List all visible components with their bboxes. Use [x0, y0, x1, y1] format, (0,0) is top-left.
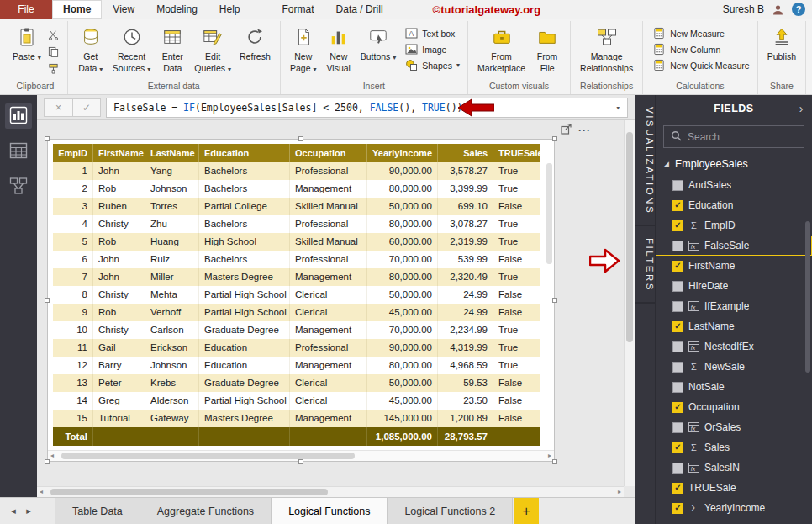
page-nav-next-icon[interactable]: ▸	[22, 505, 35, 516]
canvas-scroll-thumb[interactable]	[50, 489, 328, 495]
page-tab-logical-functions[interactable]: Logical Functions	[272, 498, 388, 524]
menu-tab-data-drill[interactable]: Data / Drill	[325, 0, 394, 19]
table-row[interactable]: 7JohnMillerMasters DegreeManagement80,00…	[53, 268, 540, 286]
menu-tab-format[interactable]: Format	[272, 0, 325, 19]
visual-vertical-scrollbar[interactable]	[546, 163, 552, 264]
table-row[interactable]: 4ChristyZhuBachelorsProfessional80,000.0…	[53, 215, 540, 233]
formula-cancel-button[interactable]: ×	[45, 99, 72, 116]
field-item-newsale[interactable]: ΣNewSale	[656, 357, 812, 377]
menu-tab-help[interactable]: Help	[208, 0, 251, 19]
formula-commit-button[interactable]: ✓	[72, 99, 100, 116]
ribbon-item-paste[interactable]: Paste ▾	[9, 23, 45, 66]
field-item-notsale[interactable]: NotSale	[656, 377, 812, 397]
table-row[interactable]: 5RobHuangHigh SchoolSkilled Manual60,000…	[53, 233, 540, 251]
page-tab-aggregate-functions[interactable]: Aggregate Functions	[140, 498, 272, 524]
field-checkbox[interactable]: ✓	[672, 503, 683, 514]
field-item-lastname[interactable]: ✓LastName	[656, 316, 812, 336]
help-icon[interactable]: ?	[792, 3, 805, 16]
field-item-falsesale[interactable]: fxFalseSale	[656, 236, 812, 256]
ribbon-item-refresh[interactable]: Refresh	[236, 23, 274, 66]
canvas-vertical-scrollbar[interactable]	[624, 120, 635, 486]
ribbon-item-shapes[interactable]: Shapes▾	[404, 59, 460, 71]
ribbon-item-new-page[interactable]: New Page ▾	[287, 23, 320, 77]
field-checkbox[interactable]	[672, 341, 683, 352]
field-item-sales[interactable]: ✓ΣSales	[656, 437, 812, 458]
table-row[interactable]: 8ChristyMehtaPartial High SchoolClerical…	[53, 286, 540, 304]
field-checkbox[interactable]	[672, 241, 683, 251]
file-tab[interactable]: File	[0, 0, 52, 19]
scroll-left-icon[interactable]: ◂	[50, 452, 54, 459]
data-view-button[interactable]	[5, 139, 32, 164]
scroll-right-icon[interactable]: ▸	[548, 452, 551, 459]
field-checkbox[interactable]	[672, 301, 683, 312]
field-checkbox[interactable]: ✓	[672, 200, 683, 211]
panel-tab-filters[interactable]: FILTERS	[635, 226, 655, 304]
report-view-button[interactable]	[5, 103, 32, 129]
table-column-header[interactable]: EmpID	[53, 144, 93, 162]
field-checkbox[interactable]	[672, 382, 683, 393]
format-painter-icon[interactable]	[46, 61, 61, 76]
table-row[interactable]: 6JohnRuizBachelorsProfessional70,000.005…	[53, 251, 540, 268]
selection-handle[interactable]	[552, 136, 557, 141]
scroll-right-icon[interactable]: ▸	[618, 488, 621, 495]
selection-handle[interactable]	[45, 459, 50, 464]
table-row[interactable]: 3RubenTorresPartial CollegeSkilled Manua…	[53, 198, 540, 215]
menu-tab-home[interactable]: Home	[52, 0, 102, 19]
ribbon-item-new-visual[interactable]: New Visual	[322, 23, 356, 77]
page-nav-prev-icon[interactable]: ◂	[7, 505, 20, 516]
ribbon-item-publish[interactable]: Publish	[764, 23, 799, 66]
table-row[interactable]: 9RobVerhoffPartial High SchoolClerical45…	[53, 304, 540, 321]
field-checkbox[interactable]: ✓	[672, 442, 683, 453]
table-row[interactable]: 15TutorialGatewayMasters DegreeManagemen…	[53, 410, 540, 427]
canvas-horizontal-scrollbar[interactable]: ◂ ▸	[37, 486, 624, 497]
ribbon-item-from-marketplace[interactable]: From Marketplace	[474, 23, 529, 77]
field-checkbox[interactable]	[672, 463, 683, 474]
expand-collapse-icon[interactable]: ◢	[663, 160, 669, 168]
collapse-fields-icon[interactable]: ›	[799, 102, 804, 115]
scroll-left-icon[interactable]: ◂	[40, 488, 43, 495]
fields-search-box[interactable]	[663, 125, 804, 148]
ribbon-item-new-quick-measure[interactable]: New Quick Measure	[652, 59, 750, 71]
page-tab-table-data[interactable]: Table Data	[55, 498, 140, 524]
dax-formula-input[interactable]: FalseSale = IF(EmployeeSales[Sales] < 25…	[106, 98, 628, 118]
table-column-header[interactable]: LastName	[145, 144, 199, 162]
fields-scrollbar[interactable]	[805, 221, 810, 373]
formula-expand-icon[interactable]: ▾	[616, 103, 620, 112]
page-tab-logical-functions-2[interactable]: Logical Functions 2	[388, 498, 513, 524]
field-item-empid[interactable]: ✓ΣEmpID	[656, 215, 812, 236]
ribbon-item-manage-relationships[interactable]: Manage Relationships	[577, 23, 636, 77]
field-item-firstname[interactable]: ✓FirstName	[656, 256, 812, 276]
table-row[interactable]: 1JohnYangBachelorsProfessional90,000.003…	[53, 162, 540, 180]
menu-tab-modeling[interactable]: Modeling	[145, 0, 208, 19]
ribbon-item-buttons[interactable]: Buttons ▾	[357, 23, 400, 66]
field-checkbox[interactable]	[672, 362, 683, 373]
field-item-truesale[interactable]: ✓TRUESale	[656, 478, 812, 498]
field-checkbox[interactable]: ✓	[672, 483, 683, 494]
field-item-nestedifex[interactable]: fxNestedIfEx	[656, 336, 812, 357]
field-checkbox[interactable]: ✓	[672, 220, 683, 231]
ribbon-item-new-measure[interactable]: New Measure	[652, 27, 750, 40]
field-item-andsales[interactable]: AndSales	[656, 175, 812, 195]
table-column-header[interactable]: FirstName	[93, 144, 145, 162]
panel-tab-visualizations[interactable]: VISUALIZATIONS	[635, 95, 655, 226]
table-column-header[interactable]: Education	[199, 144, 290, 162]
selection-handle[interactable]	[552, 298, 557, 303]
table-column-header[interactable]: Sales	[438, 144, 493, 162]
visual-scroll-thumb[interactable]	[61, 453, 355, 459]
more-options-icon[interactable]: ···	[578, 124, 591, 136]
selection-handle[interactable]	[298, 459, 303, 464]
copy-icon[interactable]	[46, 45, 61, 59]
table-row[interactable]: 14GregAldersonPartial High SchoolClerica…	[53, 392, 540, 410]
ribbon-item-recent-sources[interactable]: Recent Sources ▾	[109, 23, 154, 77]
new-page-tab-button[interactable]: +	[514, 498, 539, 524]
ribbon-item-get-data[interactable]: Get Data ▾	[74, 23, 108, 77]
selection-handle[interactable]	[45, 136, 50, 141]
ribbon-item-edit-queries[interactable]: Edit Queries ▾	[191, 23, 235, 77]
field-item-yearlyincome[interactable]: ✓ΣYearlyIncome	[656, 498, 812, 518]
table-column-header[interactable]: TRUESale	[493, 144, 540, 162]
field-checkbox[interactable]	[672, 281, 683, 292]
table-row[interactable]: 11GailEricksonEducationProfessional90,00…	[53, 339, 540, 357]
user-avatar-icon[interactable]	[772, 3, 784, 16]
table-row[interactable]: 13PeterKrebsGraduate DegreeClerical50,00…	[53, 374, 540, 392]
table-row[interactable]: 2RobJohnsonBachelorsManagement80,000.003…	[53, 180, 540, 198]
